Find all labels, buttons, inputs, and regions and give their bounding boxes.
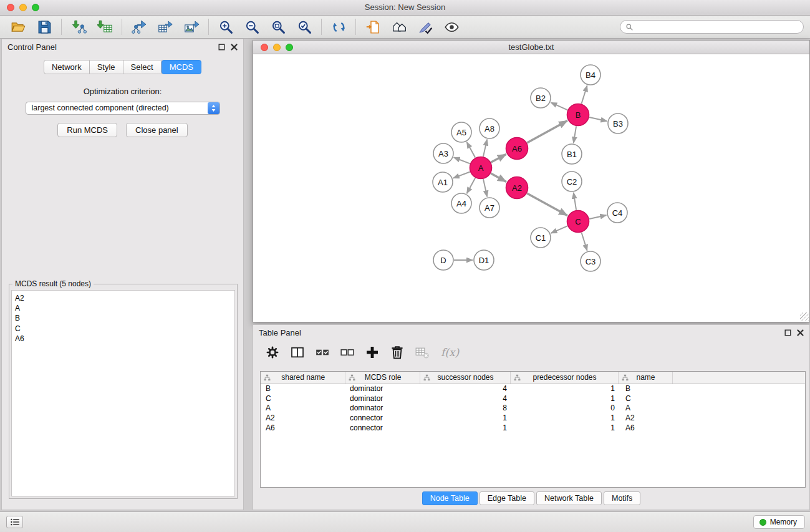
node-C1[interactable]: C1 bbox=[531, 228, 551, 248]
edge-B-B4[interactable] bbox=[582, 85, 587, 104]
table-cell[interactable]: connector bbox=[345, 413, 420, 423]
table-cell[interactable]: A bbox=[618, 404, 672, 414]
table-cell[interactable]: B bbox=[618, 384, 672, 394]
table-cell[interactable]: dominator bbox=[345, 394, 420, 404]
search-input[interactable] bbox=[637, 22, 798, 31]
minimize-window-button[interactable] bbox=[19, 4, 27, 11]
edge-A-A8[interactable] bbox=[483, 140, 487, 157]
edge-C-C3[interactable] bbox=[582, 233, 587, 251]
edge-C-C4[interactable] bbox=[589, 215, 606, 219]
table-cell[interactable]: 1 bbox=[510, 394, 618, 404]
edge-B-B1[interactable] bbox=[574, 126, 576, 143]
document-arrow-icon[interactable] bbox=[362, 17, 383, 36]
tab-select[interactable]: Select bbox=[123, 60, 162, 74]
table-cell[interactable]: dominator bbox=[345, 384, 420, 394]
edge-A6-B[interactable] bbox=[527, 120, 567, 143]
edge-C-C1[interactable] bbox=[551, 226, 568, 233]
table-cell[interactable]: 0 bbox=[510, 404, 618, 414]
result-item-c[interactable]: C bbox=[15, 324, 231, 334]
task-history-button[interactable] bbox=[6, 516, 23, 528]
apply-layout-icon[interactable] bbox=[328, 17, 349, 36]
node-D[interactable]: D bbox=[433, 250, 453, 270]
node-C4[interactable]: C4 bbox=[607, 203, 627, 223]
tab-node-table[interactable]: Node Table bbox=[422, 491, 478, 505]
tab-mcds[interactable]: MCDS bbox=[162, 60, 201, 74]
table-cell[interactable]: A bbox=[261, 404, 345, 414]
result-item-a2[interactable]: A2 bbox=[15, 293, 231, 303]
result-item-a6[interactable]: A6 bbox=[15, 334, 231, 344]
run-mcds-button[interactable]: Run MCDS bbox=[57, 123, 117, 137]
network-minimize-button[interactable] bbox=[273, 44, 281, 51]
network-window-titlebar[interactable]: testGlobe.txt bbox=[253, 41, 809, 54]
network-graph[interactable]: B4B2BB3A5A8A6B1A3AC2A1A2A4A7C4CC1C3DD1 bbox=[253, 54, 809, 322]
node-B4[interactable]: B4 bbox=[581, 65, 600, 85]
node-A8[interactable]: A8 bbox=[480, 118, 499, 138]
node-C3[interactable]: C3 bbox=[581, 251, 600, 271]
tab-motifs[interactable]: Motifs bbox=[604, 491, 640, 505]
table-row[interactable]: Adominator80A bbox=[261, 404, 805, 414]
memory-button[interactable]: Memory bbox=[753, 515, 805, 529]
edge-A-A2[interactable] bbox=[491, 173, 506, 182]
column-header-shared-name[interactable]: shared name bbox=[261, 372, 345, 384]
edge-A-A4[interactable] bbox=[467, 178, 476, 193]
network-canvas[interactable]: B4B2BB3A5A8A6B1A3AC2A1A2A4A7C4CC1C3DD1 bbox=[253, 54, 809, 322]
table-cell[interactable]: connector bbox=[345, 423, 420, 433]
brush-check-icon[interactable] bbox=[415, 17, 436, 36]
edge-A-A1[interactable] bbox=[453, 172, 470, 178]
table-cell[interactable]: 4 bbox=[420, 384, 510, 394]
close-panel-button[interactable]: Close panel bbox=[126, 123, 188, 137]
result-item-a[interactable]: A bbox=[15, 303, 231, 313]
node-A4[interactable]: A4 bbox=[451, 193, 471, 213]
close-table-panel-icon[interactable] bbox=[797, 329, 804, 336]
network-zoom-button[interactable] bbox=[286, 44, 293, 51]
table-row[interactable]: Cdominator41C bbox=[261, 394, 805, 404]
table-cell[interactable]: B bbox=[261, 384, 345, 394]
table-cell[interactable]: A2 bbox=[618, 413, 672, 423]
import-network-icon[interactable] bbox=[68, 17, 89, 36]
node-B3[interactable]: B3 bbox=[608, 114, 628, 133]
table-settings-gear-icon[interactable] bbox=[264, 344, 281, 361]
save-session-icon[interactable] bbox=[34, 17, 55, 36]
node-B1[interactable]: B1 bbox=[562, 144, 582, 164]
export-table-icon[interactable] bbox=[155, 17, 176, 36]
table-row[interactable]: A6connector11A6 bbox=[261, 423, 805, 433]
table-cell[interactable] bbox=[672, 423, 805, 433]
node-A2[interactable]: A2 bbox=[506, 177, 528, 199]
table-cell[interactable] bbox=[672, 404, 805, 414]
zoom-window-button[interactable] bbox=[32, 4, 39, 11]
node-B[interactable]: B bbox=[567, 104, 589, 126]
float-panel-icon[interactable] bbox=[218, 44, 225, 51]
node-A1[interactable]: A1 bbox=[433, 172, 453, 192]
table-cell[interactable]: 1 bbox=[510, 423, 618, 433]
table-cell[interactable]: C bbox=[618, 394, 672, 404]
table-cell[interactable]: A2 bbox=[261, 413, 345, 423]
tab-style[interactable]: Style bbox=[90, 60, 123, 74]
node-C2[interactable]: C2 bbox=[562, 172, 582, 191]
column-layout-icon[interactable] bbox=[289, 344, 306, 361]
zoom-fit-icon[interactable] bbox=[268, 17, 289, 36]
edge-B-B3[interactable] bbox=[589, 117, 607, 121]
edge-A2-C[interactable] bbox=[527, 193, 567, 216]
column-header-MCDS-role[interactable]: MCDS role bbox=[345, 372, 420, 384]
table-cell[interactable] bbox=[672, 384, 805, 394]
node-D1[interactable]: D1 bbox=[474, 250, 494, 270]
tab-edge-table[interactable]: Edge Table bbox=[480, 491, 534, 505]
criterion-dropdown[interactable]: largest connected component (directed) bbox=[26, 102, 220, 115]
eye-icon[interactable] bbox=[441, 17, 462, 36]
table-cell[interactable]: 1 bbox=[420, 423, 510, 433]
select-all-columns-icon[interactable] bbox=[314, 344, 330, 361]
add-column-icon[interactable] bbox=[364, 344, 380, 361]
open-session-icon[interactable] bbox=[7, 17, 29, 36]
zoom-out-icon[interactable] bbox=[241, 17, 263, 36]
column-header-name[interactable]: name bbox=[618, 372, 672, 384]
table-cell[interactable]: 1 bbox=[420, 413, 510, 423]
edge-A-A3[interactable] bbox=[454, 157, 470, 163]
node-B2[interactable]: B2 bbox=[531, 88, 551, 108]
search-field[interactable] bbox=[620, 20, 804, 34]
close-panel-icon[interactable] bbox=[231, 44, 238, 51]
table-cell[interactable]: C bbox=[261, 394, 345, 404]
houses-icon[interactable] bbox=[388, 17, 410, 36]
node-A7[interactable]: A7 bbox=[480, 198, 499, 218]
node-A3[interactable]: A3 bbox=[433, 143, 453, 163]
export-image-icon[interactable] bbox=[181, 17, 202, 36]
